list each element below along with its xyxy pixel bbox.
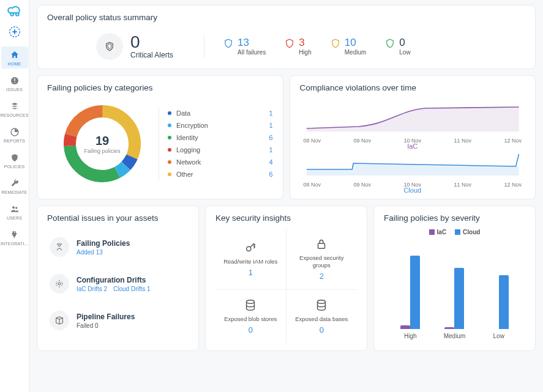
insight-cell[interactable]: Read/write IAM roles 1 bbox=[215, 229, 286, 290]
sidebar-item-label: USERS bbox=[7, 216, 22, 220]
legend-dot-icon bbox=[168, 148, 171, 152]
sidebar-item-issues[interactable]: ISSUES bbox=[1, 72, 28, 94]
legend-name: Network bbox=[176, 158, 269, 166]
severity-group: High bbox=[400, 243, 420, 339]
sidebar-item-integrations[interactable]: INTEGRATI... bbox=[1, 226, 28, 248]
issue-sub-link[interactable]: Added 13 bbox=[77, 249, 103, 256]
issue-row[interactable]: Failing Policies Added 13 bbox=[47, 229, 189, 265]
divider bbox=[204, 35, 204, 57]
metric-high: 3 High bbox=[284, 37, 312, 56]
cloud-chart: 08 Nov09 Nov10 Nov11 Nov12 Nov Cloud bbox=[304, 145, 522, 189]
severity-label: Medium bbox=[444, 333, 466, 339]
sidebar-item-users[interactable]: USERS bbox=[1, 201, 28, 223]
metric-all-failures: 13 All failures bbox=[223, 37, 266, 56]
legend-row[interactable]: Data 1 bbox=[168, 107, 273, 119]
sidebar-item-label: REMEDIATE bbox=[1, 190, 27, 194]
insight-cell[interactable]: Exposed data bases 0 bbox=[286, 290, 358, 343]
main-content: Overall policy status summary 0 Critical… bbox=[29, 0, 543, 392]
sidebar-item-label: INTEGRATI... bbox=[1, 242, 28, 246]
sidebar-item-reports[interactable]: REPORTS bbox=[1, 124, 28, 146]
insight-value: 1 bbox=[249, 268, 253, 277]
add-icon[interactable] bbox=[6, 23, 23, 40]
svg-point-1 bbox=[15, 13, 18, 16]
severity-label: High bbox=[404, 333, 417, 339]
legend-name: Other bbox=[176, 171, 269, 178]
insight-cell[interactable]: Exposed security groups 2 bbox=[286, 229, 358, 290]
insight-cell[interactable]: Exposed blob stores 0 bbox=[215, 290, 286, 343]
issue-title: Configuration Drifts bbox=[77, 276, 157, 284]
critical-label: Critical Alerts bbox=[130, 51, 173, 59]
summary-title: Overall policy status summary bbox=[47, 13, 525, 22]
sidebar: HOME ISSUES RESOURCES REPORTS POLICIES R… bbox=[0, 0, 29, 392]
x-tick: 11 Nov bbox=[454, 138, 471, 144]
metric-medium: 10 Medium bbox=[330, 37, 367, 56]
issue-title: Pipeline Failures bbox=[77, 312, 135, 321]
insight-value: 0 bbox=[320, 325, 324, 335]
app-logo bbox=[7, 4, 23, 20]
svg-point-0 bbox=[10, 13, 13, 16]
legend-dot-icon bbox=[168, 160, 171, 164]
svg-point-8 bbox=[15, 207, 17, 209]
card-potential-issues: Potential issues in your assets Failing … bbox=[37, 205, 199, 351]
legend-value: 1 bbox=[269, 109, 272, 117]
insight-value: 2 bbox=[320, 272, 324, 281]
severity-legend: IaC Cloud bbox=[384, 229, 525, 235]
svg-point-19 bbox=[247, 300, 255, 304]
severity-bar-cloud bbox=[410, 256, 420, 329]
legend-row[interactable]: Identity 6 bbox=[168, 131, 273, 144]
x-tick: 12 Nov bbox=[504, 138, 522, 144]
legend-row[interactable]: Other 6 bbox=[168, 168, 273, 180]
legend-name: Identity bbox=[176, 134, 269, 141]
svg-rect-5 bbox=[14, 82, 15, 83]
card-failing-severity: Failing policies by severity IaC Cloud H… bbox=[373, 205, 536, 351]
issue-sub: Added 13 bbox=[77, 249, 130, 256]
low-value: 0 bbox=[399, 37, 410, 48]
donut-center-value: 19 bbox=[95, 134, 109, 148]
issue-title: Failing Policies bbox=[77, 239, 130, 248]
sidebar-item-home[interactable]: HOME bbox=[1, 46, 28, 68]
svg-point-15 bbox=[58, 244, 61, 246]
legend-row[interactable]: Encryption 1 bbox=[168, 119, 273, 131]
svg-rect-4 bbox=[14, 78, 15, 81]
severity-bar-iac bbox=[444, 327, 454, 329]
sidebar-item-policies[interactable]: POLICIES bbox=[1, 149, 28, 171]
legend-value: 6 bbox=[269, 171, 272, 178]
card-summary: Overall policy status summary 0 Critical… bbox=[37, 5, 536, 69]
severity-title: Failing policies by severity bbox=[384, 213, 525, 223]
legend-dot-icon bbox=[168, 172, 171, 176]
donut-chart: 19 Failing policies bbox=[59, 101, 145, 187]
issue-sub-link[interactable]: IaC Drifts 2 bbox=[77, 286, 107, 292]
sidebar-item-remediate[interactable]: REMEDIATE bbox=[1, 175, 28, 197]
issue-row[interactable]: Pipeline Failures Failed 0 bbox=[47, 302, 189, 339]
legend-row[interactable]: Logging 1 bbox=[168, 144, 273, 156]
sidebar-item-label: ISSUES bbox=[6, 87, 23, 92]
x-tick: 08 Nov bbox=[304, 138, 321, 144]
svg-point-20 bbox=[318, 300, 326, 304]
all-failures-label: All failures bbox=[238, 49, 266, 56]
x-tick: 08 Nov bbox=[304, 182, 321, 188]
insight-value: 0 bbox=[249, 325, 253, 335]
card-key-insights: Key security insights Read/write IAM rol… bbox=[205, 205, 367, 351]
failing-cat-title: Failing policies by categories bbox=[47, 83, 273, 92]
severity-group: Low bbox=[489, 243, 509, 339]
legend-row[interactable]: Network 4 bbox=[168, 156, 273, 168]
legend-name: Logging bbox=[176, 146, 269, 153]
svg-point-17 bbox=[247, 246, 251, 251]
insight-name: Exposed data bases bbox=[295, 316, 348, 323]
issue-sub-link[interactable]: Cloud Drifts 1 bbox=[113, 286, 151, 292]
severity-group: Medium bbox=[444, 243, 466, 339]
legend-cloud: Cloud bbox=[463, 229, 480, 235]
sidebar-item-resources[interactable]: RESOURCES bbox=[1, 98, 28, 120]
issue-row[interactable]: Configuration Drifts IaC Drifts 2Cloud D… bbox=[47, 265, 189, 302]
x-tick: 09 Nov bbox=[353, 182, 371, 188]
critical-value: 0 bbox=[130, 34, 173, 51]
metric-critical: 0 Critical Alerts bbox=[96, 33, 173, 60]
svg-point-7 bbox=[12, 206, 15, 209]
severity-bar-cloud bbox=[454, 268, 464, 329]
insight-name: Exposed blob stores bbox=[224, 316, 277, 323]
legend-name: Data bbox=[176, 109, 269, 117]
legend-value: 1 bbox=[269, 122, 272, 129]
x-tick: 09 Nov bbox=[353, 138, 371, 144]
legend-iac: IaC bbox=[437, 229, 447, 235]
sidebar-item-label: POLICIES bbox=[4, 165, 25, 169]
